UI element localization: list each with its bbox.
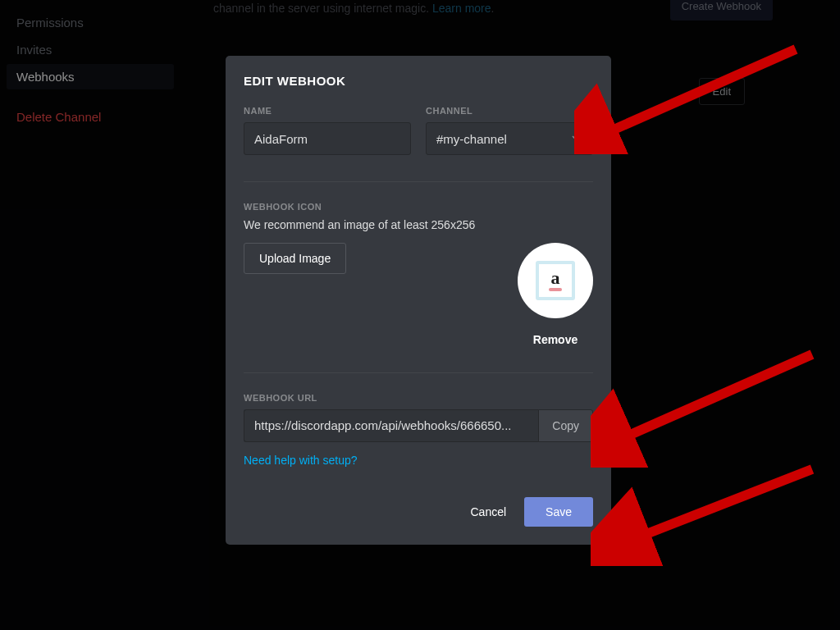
webhook-avatar[interactable]: a — [518, 243, 593, 318]
name-label: NAME — [244, 106, 411, 116]
channel-label: CHANNEL — [426, 106, 593, 116]
upload-image-button[interactable]: Upload Image — [244, 243, 346, 274]
chevron-down-icon — [569, 131, 582, 147]
name-input[interactable] — [244, 122, 411, 155]
help-link[interactable]: Need help with setup? — [244, 454, 358, 467]
modal-title: EDIT WEBHOOK — [244, 74, 593, 88]
save-button[interactable]: Save — [524, 497, 593, 527]
edit-webhook-modal: EDIT WEBHOOK NAME CHANNEL #my-channel WE… — [226, 56, 611, 545]
webhook-url-input[interactable]: https://discordapp.com/api/webhooks/6666… — [244, 409, 538, 442]
remove-avatar-button[interactable]: Remove — [533, 333, 578, 346]
channel-select-value: #my-channel — [436, 132, 507, 146]
cancel-button[interactable]: Cancel — [470, 505, 506, 518]
webhook-avatar-icon: a — [536, 261, 575, 300]
webhook-icon-label: WEBHOOK ICON — [244, 202, 593, 212]
webhook-icon-hint: We recommend an image of at least 256x25… — [244, 218, 593, 231]
divider — [244, 372, 593, 373]
copy-button[interactable]: Copy — [538, 409, 593, 442]
divider — [244, 181, 593, 182]
webhook-url-label: WEBHOOK URL — [244, 393, 593, 403]
channel-select[interactable]: #my-channel — [426, 122, 593, 155]
